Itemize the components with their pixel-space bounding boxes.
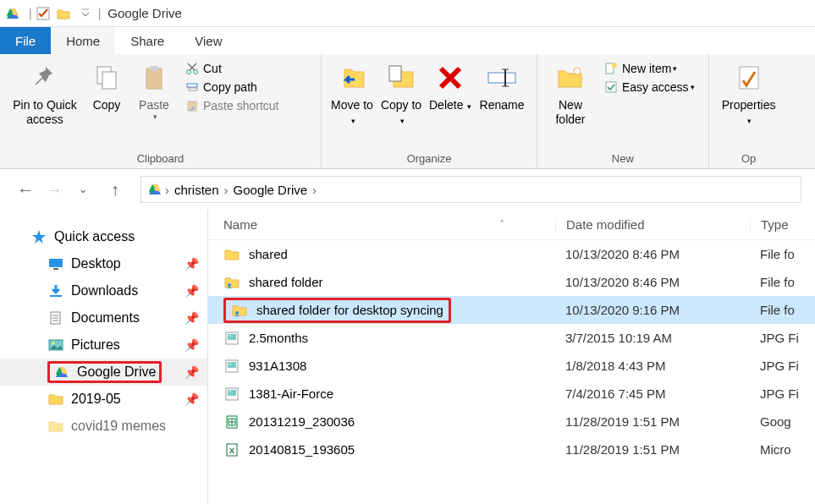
- paste-shortcut-icon: [184, 98, 200, 113]
- svg-rect-13: [187, 84, 197, 87]
- sidebar-covid19[interactable]: covid19 memes: [0, 413, 207, 440]
- new-item-icon: [603, 61, 619, 76]
- svg-rect-19: [488, 73, 515, 83]
- window-title: Google Drive: [107, 6, 182, 20]
- paste-shortcut-button[interactable]: Paste shortcut: [181, 96, 283, 115]
- file-list: Name ˄ Date modified Type shared10/13/20…: [208, 210, 815, 504]
- sidebar: Quick access Desktop 📌 Downloads 📌 Docum…: [0, 210, 208, 504]
- column-date[interactable]: Date modified: [555, 217, 750, 232]
- pin-icon: 📌: [184, 311, 199, 325]
- delete-x-icon: [433, 61, 467, 95]
- group-label-open: Op: [716, 151, 782, 167]
- file-date: 7/4/2016 7:45 PM: [555, 386, 750, 401]
- file-name: shared folder for desktop syncing: [256, 303, 443, 317]
- sidebar-documents[interactable]: Documents 📌: [0, 304, 207, 331]
- file-name: shared folder: [249, 275, 323, 289]
- properties-button[interactable]: Properties▾: [716, 58, 782, 130]
- file-type: JPG Fi: [750, 359, 815, 373]
- paste-button[interactable]: Paste ▾: [130, 58, 178, 124]
- pin-icon: 📌: [184, 392, 199, 406]
- scissors-icon: [184, 61, 200, 76]
- svg-point-45: [235, 311, 239, 315]
- copy-button[interactable]: Copy: [83, 58, 130, 116]
- file-row[interactable]: 931A13081/8/2018 4:43 PMJPG Fi: [208, 352, 815, 380]
- chevron-right-icon[interactable]: ›: [312, 183, 317, 197]
- sidebar-desktop[interactable]: Desktop 📌: [0, 250, 207, 277]
- svg-point-40: [52, 342, 55, 345]
- ribbon-group-new: New folder New item ▾ Easy access ▾ New: [537, 54, 709, 168]
- move-to-button[interactable]: Move to ▾: [328, 58, 377, 130]
- file-type: File fo: [750, 303, 815, 317]
- svg-point-51: [229, 363, 231, 364]
- breadcrumb[interactable]: › christen › Google Drive ›: [140, 176, 801, 203]
- new-folder-button[interactable]: New folder: [544, 58, 597, 130]
- rename-button[interactable]: Rename: [474, 58, 530, 116]
- qat-dropdown-icon[interactable]: [80, 5, 91, 22]
- column-name[interactable]: Name ˄: [208, 217, 555, 232]
- file-row[interactable]: shared folder for desktop syncing10/13/2…: [208, 296, 815, 324]
- back-button[interactable]: ←: [14, 178, 37, 201]
- divider: |: [98, 7, 102, 20]
- new-item-button[interactable]: New item ▾: [600, 59, 698, 78]
- breadcrumb-segment[interactable]: christen: [169, 183, 224, 197]
- file-type: Goog: [750, 414, 815, 429]
- sheet-icon: [223, 414, 240, 430]
- svg-rect-32: [49, 259, 63, 267]
- file-row[interactable]: 20131219_23003611/28/2019 1:51 PMGoog: [208, 408, 815, 436]
- main-area: Quick access Desktop 📌 Downloads 📌 Docum…: [0, 210, 815, 504]
- copy-path-icon: [184, 79, 200, 95]
- svg-rect-8: [150, 66, 158, 71]
- drive-icon: [53, 364, 70, 381]
- title-bar: | | Google Drive: [0, 0, 815, 27]
- sidebar-quick-access[interactable]: Quick access: [0, 223, 207, 250]
- image-icon: [223, 386, 240, 403]
- file-type: File fo: [750, 247, 815, 261]
- file-type: File fo: [750, 275, 815, 289]
- qat-checkbox-icon[interactable]: [36, 6, 51, 21]
- svg-rect-33: [53, 268, 58, 270]
- pin-icon: [28, 61, 62, 95]
- file-row[interactable]: 1381-Air-Force7/4/2016 7:45 PMJPG Fi: [208, 380, 815, 408]
- svg-rect-16: [389, 66, 401, 81]
- copy-path-button[interactable]: Copy path: [181, 78, 283, 96]
- navigation-bar: ← → ⌄ ↑ › christen › Google Drive ›: [0, 169, 815, 210]
- ribbon-group-open: Properties▾ Op: [709, 54, 789, 168]
- sidebar-2019-05[interactable]: 2019-05 📌: [0, 386, 207, 413]
- easy-access-button[interactable]: Easy access ▾: [600, 78, 698, 96]
- file-row[interactable]: shared folder10/13/2020 8:46 PMFile fo: [208, 268, 815, 296]
- sidebar-downloads[interactable]: Downloads 📌: [0, 277, 207, 304]
- svg-rect-47: [228, 334, 236, 340]
- sidebar-pictures[interactable]: Pictures 📌: [0, 331, 207, 359]
- tab-share[interactable]: Share: [115, 27, 179, 54]
- qat-folder-icon[interactable]: [56, 6, 71, 21]
- file-row[interactable]: shared10/13/2020 8:46 PMFile fo: [208, 240, 815, 268]
- file-name: 1381-Air-Force: [249, 386, 333, 401]
- file-date: 10/13/2020 8:46 PM: [555, 247, 750, 261]
- file-row[interactable]: X20140815_19360511/28/2019 1:51 PMMicro: [208, 436, 815, 463]
- cut-button[interactable]: Cut: [181, 59, 283, 78]
- group-label-clipboard: Clipboard: [7, 151, 314, 167]
- folder-icon: [223, 246, 240, 263]
- breadcrumb-segment[interactable]: Google Drive: [229, 183, 313, 197]
- tab-view[interactable]: View: [179, 27, 237, 54]
- image-icon: [223, 330, 240, 347]
- folder-icon: [47, 391, 64, 408]
- pin-icon: 📌: [184, 338, 199, 352]
- tab-home[interactable]: Home: [51, 27, 115, 54]
- column-headers[interactable]: Name ˄ Date modified Type: [208, 210, 815, 240]
- tab-file[interactable]: File: [0, 27, 51, 54]
- file-row[interactable]: 2.5months3/7/2015 10:19 AMJPG Fi: [208, 324, 815, 352]
- sidebar-google-drive[interactable]: Google Drive 📌: [0, 359, 207, 386]
- forward-button[interactable]: →: [42, 178, 66, 201]
- menu-tabs: File Home Share View: [0, 27, 815, 54]
- new-folder-icon: [553, 61, 587, 95]
- copy-to-button[interactable]: Copy to ▾: [377, 58, 427, 130]
- desktop-icon: [47, 255, 64, 272]
- file-date: 11/28/2019 1:51 PM: [555, 442, 750, 457]
- up-button[interactable]: ↑: [103, 178, 127, 201]
- delete-button[interactable]: Delete ▾: [427, 58, 474, 116]
- history-dropdown[interactable]: ⌄: [71, 178, 95, 201]
- svg-rect-7: [146, 68, 162, 89]
- column-type[interactable]: Type: [750, 217, 815, 232]
- pin-quick-access-button[interactable]: Pin to Quick access: [7, 58, 83, 130]
